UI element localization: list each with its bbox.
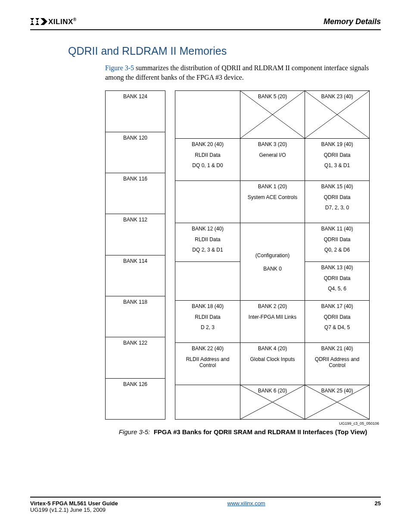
svg-marker-1: [35, 18, 39, 25]
bank-grid-cell: BANK 19 (40)QDRII DataQ1, 3 & D1: [305, 138, 369, 180]
bank-grid-cell: BANK 15 (40)QDRII DataD7, 2, 3, 0: [305, 180, 369, 223]
left-bank-cell: BANK 122: [106, 337, 165, 378]
section-title: QDRII and RLDRAM II Memories: [30, 45, 381, 57]
figure-3-5: BANK 124BANK 120BANK 116BANK 112BANK 114…: [30, 90, 381, 436]
brand-name: XILINX®: [48, 17, 77, 26]
footer-center: www.xilinx.com: [227, 500, 265, 507]
left-bank-cell: BANK 114: [106, 255, 165, 296]
bank-grid-cell: [175, 91, 240, 138]
left-bank-cell: BANK 120: [106, 132, 165, 173]
cross-icon: [240, 91, 305, 138]
xilinx-mark-icon: [30, 16, 47, 27]
figure-source-id: UG199_c3_05_050106: [105, 421, 381, 426]
page-footer: Virtex-5 FPGA ML561 User Guide UG199 (v1…: [30, 497, 381, 513]
bank-grid-cell: BANK 25 (40): [305, 385, 369, 419]
brand-logo: XILINX®: [30, 16, 77, 27]
footer-left: Virtex-5 FPGA ML561 User Guide UG199 (v1…: [30, 500, 118, 513]
bank-grid-cell: BANK 23 (40): [305, 91, 369, 138]
left-bank-cell: BANK 124: [106, 91, 165, 131]
footer-url-link[interactable]: www.xilinx.com: [227, 500, 265, 507]
cross-icon: [305, 91, 369, 138]
bank-grid-cell: BANK 4 (20)Global Clock Inputs: [240, 342, 305, 385]
left-bank-cell: BANK 118: [106, 296, 165, 337]
bank-grid-cell-merged: (Configuration)BANK 0: [240, 223, 305, 300]
bank-grid-cell: [175, 385, 240, 419]
bank-grid-cell: [175, 180, 240, 223]
bank-grid-cell: BANK 3 (20)General I/O: [240, 138, 305, 180]
grid-col-1: BANK 20 (40)RLDII DataDQ 0, 1 & D0BANK 1…: [175, 91, 240, 419]
cross-icon: [240, 385, 305, 419]
bank-grid-cell: BANK 1 (20)System ACE Controls: [240, 180, 305, 223]
left-bank-cell: BANK 112: [106, 214, 165, 255]
bank-grid-cell: BANK 12 (40)RLDII DataDQ 2, 3 & D1: [175, 223, 240, 261]
bank-grid-cell: BANK 5 (20): [240, 91, 305, 138]
grid-col-2: BANK 5 (20)BANK 3 (20)General I/OBANK 1 …: [240, 91, 305, 419]
bank-grid-cell: BANK 6 (20): [240, 385, 305, 419]
cross-icon: [305, 385, 369, 419]
figure-reference-link[interactable]: Figure 3-5: [105, 64, 134, 72]
bank-grid-cell: BANK 13 (40)QDRII DataQ4, 5, 6: [305, 261, 369, 300]
bank-grid-cell: BANK 17 (40)QDRII DataQ7 & D4, 5: [305, 300, 369, 342]
bank-grid-cell: BANK 11 (40)QDRII DataQ0, 2 & D6: [305, 223, 369, 261]
bank-grid: BANK 20 (40)RLDII DataDQ 0, 1 & D0BANK 1…: [175, 90, 370, 420]
section-breadcrumb: Memory Details: [324, 17, 381, 26]
bank-grid-cell: BANK 20 (40)RLDII DataDQ 0, 1 & D0: [175, 138, 240, 180]
bank-grid-cell: BANK 22 (40)RLDII Address and Control: [175, 342, 240, 385]
footer-page-number: 25: [375, 500, 381, 507]
grid-col-3: BANK 23 (40)BANK 19 (40)QDRII DataQ1, 3 …: [305, 91, 369, 419]
page-header: XILINX® Memory Details: [30, 16, 381, 30]
intro-paragraph: Figure 3-5 summarizes the distribution o…: [30, 63, 381, 82]
bank-grid-cell: [175, 261, 240, 300]
bank-left-column: BANK 124BANK 120BANK 116BANK 112BANK 114…: [105, 90, 165, 420]
bank-grid-cell: BANK 21 (40)QDRII Address and Control: [305, 342, 369, 385]
left-bank-cell: BANK 126: [106, 378, 165, 419]
figure-caption: Figure 3-5: FPGA #3 Banks for QDRII SRAM…: [105, 428, 381, 436]
svg-marker-0: [30, 18, 34, 25]
bank-grid-cell: BANK 2 (20)Inter-FPGA MII Links: [240, 300, 305, 342]
svg-marker-2: [40, 18, 47, 25]
left-bank-cell: BANK 116: [106, 173, 165, 214]
bank-grid-cell: BANK 18 (40)RLDII DataD 2, 3: [175, 300, 240, 342]
